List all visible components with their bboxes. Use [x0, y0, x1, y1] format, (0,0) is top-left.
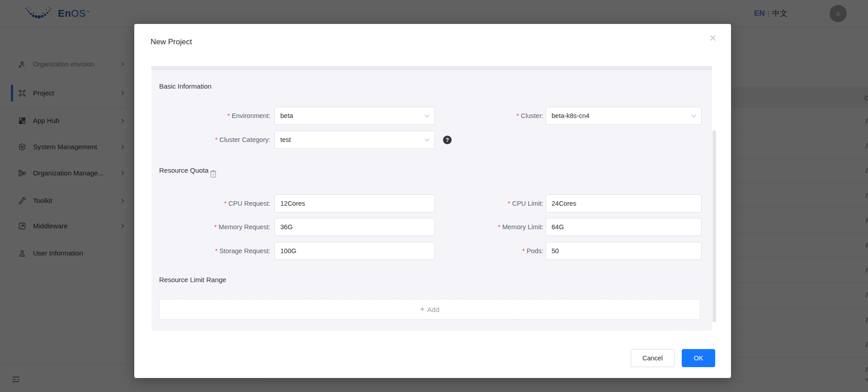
memory-limit-label: Memory Limit:	[502, 223, 543, 231]
required-marker: *	[224, 200, 226, 207]
section-basic-information: Basic Information	[159, 82, 212, 90]
environment-select[interactable]	[274, 107, 435, 125]
add-limit-range-button[interactable]: + Add	[159, 299, 700, 320]
required-marker: *	[215, 247, 217, 255]
panel-top-strip	[151, 66, 712, 70]
cpu-limit-label: CPU Limit:	[512, 200, 543, 207]
cluster-select[interactable]	[546, 107, 702, 125]
cpu-request-label: CPU Request:	[228, 200, 270, 207]
field-cpu-limit: *CPU Limit:	[425, 194, 708, 213]
memory-limit-input[interactable]	[546, 218, 702, 236]
modal-form-panel: Basic Information *Environment: *Cluster…	[151, 66, 712, 331]
delete-quota-icon[interactable]	[209, 169, 218, 179]
storage-request-input[interactable]	[274, 242, 435, 260]
new-project-modal: New Project Basic Information *Environme…	[134, 24, 731, 378]
required-marker: *	[522, 247, 524, 255]
cpu-request-input[interactable]	[274, 194, 435, 213]
required-marker: *	[498, 223, 500, 231]
section-resource-quota: Resource Quota	[159, 166, 208, 174]
field-memory-limit: *Memory Limit:	[425, 218, 708, 236]
cancel-button[interactable]: Cancel	[631, 349, 675, 367]
close-icon[interactable]	[709, 31, 723, 45]
environment-label: Environment:	[232, 112, 270, 119]
storage-request-label: Storage Request:	[219, 247, 270, 255]
field-cluster: *Cluster:	[425, 107, 708, 125]
field-pods: *Pods:	[425, 242, 708, 260]
ok-button[interactable]: OK	[682, 349, 715, 367]
plus-icon: +	[420, 305, 425, 314]
required-marker: *	[508, 200, 510, 207]
modal-scrollbar[interactable]	[712, 130, 716, 322]
pods-input[interactable]	[546, 242, 702, 260]
required-marker: *	[214, 223, 217, 231]
field-storage-request: *Storage Request:	[151, 242, 435, 260]
required-marker: *	[227, 112, 230, 119]
field-cpu-request: *CPU Request:	[151, 194, 435, 213]
screen: EnOS™ EN|中文 e Organization envisionProje…	[0, 0, 868, 392]
pods-label: Pods:	[527, 247, 543, 255]
field-memory-request: *Memory Request:	[151, 218, 435, 236]
section-resource-limit-range: Resource Limit Range	[159, 276, 226, 283]
modal-title: New Project	[151, 38, 192, 47]
add-label: Add	[427, 306, 439, 313]
required-marker: *	[215, 136, 217, 143]
help-icon[interactable]: ?	[443, 136, 452, 144]
field-cluster-category: *Cluster Category:	[151, 131, 435, 149]
memory-request-input[interactable]	[274, 218, 435, 236]
cluster-label: Cluster:	[521, 112, 543, 119]
field-environment: *Environment:	[151, 107, 435, 125]
memory-request-label: Memory Request:	[219, 223, 270, 231]
required-marker: *	[517, 112, 519, 119]
cluster-category-select[interactable]	[274, 131, 435, 149]
cluster-category-label: Cluster Category:	[219, 136, 270, 143]
cpu-limit-input[interactable]	[546, 194, 702, 213]
